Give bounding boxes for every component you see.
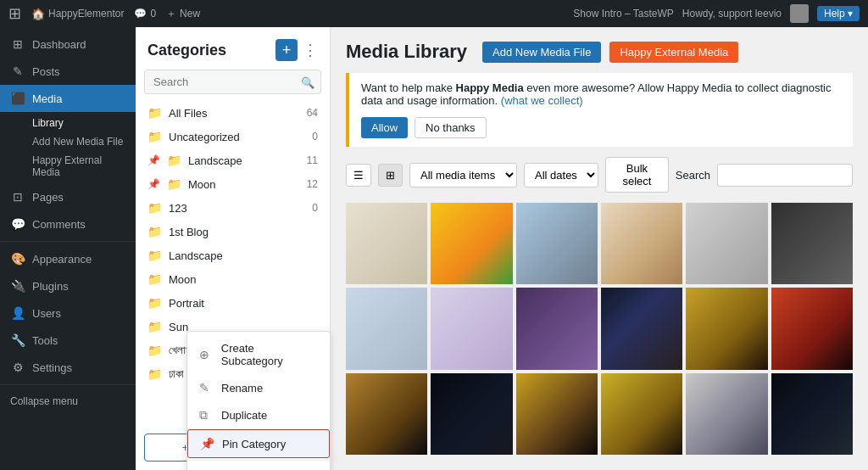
- howdy-label: Howdy, support leevio: [682, 8, 782, 20]
- sidebar-item-appearance[interactable]: 🎨 Appearance: [0, 245, 136, 272]
- media-thumbnail[interactable]: [601, 373, 682, 455]
- intro-link[interactable]: Show Intro – TasteWP: [573, 8, 674, 20]
- duplicate-icon: ⧉: [199, 408, 213, 422]
- folder-icon: 📁: [147, 367, 162, 381]
- list-view-button[interactable]: ☰: [346, 164, 371, 187]
- cat-item-moon[interactable]: 📌 📁 Moon 12: [136, 172, 330, 196]
- plus-icon: ＋: [166, 7, 176, 21]
- media-thumbnail[interactable]: [516, 373, 598, 455]
- category-search-input[interactable]: [144, 70, 321, 94]
- sidebar-item-plugins[interactable]: 🔌 Plugins: [0, 272, 136, 299]
- notice-bar: Want to help make Happy Media even more …: [346, 73, 853, 147]
- ctx-pin-category[interactable]: 📌 Pin Category: [187, 429, 330, 458]
- folder-icon: 📁: [147, 106, 162, 120]
- pin-icon: 📌: [147, 178, 160, 190]
- new-item[interactable]: ＋ New: [166, 7, 200, 21]
- cat-item-landscape[interactable]: 📌 📁 Landscape 11: [136, 148, 330, 172]
- pin-icon: 📌: [147, 154, 160, 166]
- sidebar-item-pages[interactable]: ⊡ Pages: [0, 183, 136, 210]
- media-thumbnail[interactable]: [686, 373, 767, 455]
- cat-item-123[interactable]: 📁 123 0: [136, 196, 330, 220]
- comment-icon: 💬: [134, 8, 147, 20]
- media-library-header: Media Library Add New Media File Happy E…: [346, 41, 853, 63]
- media-thumbnail[interactable]: [516, 288, 598, 369]
- collapse-menu-button[interactable]: Collapse menu: [0, 389, 136, 414]
- folder-icon: 📁: [147, 272, 162, 286]
- sidebar-item-users[interactable]: 👤 Users: [0, 299, 136, 327]
- cat-item-1st-blog[interactable]: 📁 1st Blog: [136, 220, 330, 243]
- media-thumbnail[interactable]: [431, 288, 512, 369]
- notice-link[interactable]: (what we collect): [501, 94, 583, 107]
- folder-icon: 📁: [167, 177, 181, 191]
- add-new-media-file-button[interactable]: Add New Media File: [482, 42, 601, 63]
- sidebar-sub-add-new[interactable]: Add New Media File: [25, 132, 136, 151]
- media-thumbnail[interactable]: [346, 203, 427, 284]
- media-thumbnail[interactable]: [601, 288, 682, 369]
- folder-icon: 📁: [147, 130, 162, 143]
- user-avatar: [790, 4, 809, 23]
- more-options-button[interactable]: ⋮: [303, 41, 318, 59]
- context-menu: ⊕ Create Subcategory ✎ Rename ⧉ Duplicat…: [186, 331, 331, 470]
- media-thumbnail[interactable]: [431, 373, 512, 455]
- add-category-button[interactable]: +: [275, 39, 298, 61]
- ctx-rename[interactable]: ✎ Rename: [187, 374, 330, 401]
- cat-item-portrait[interactable]: 📁 Portrait: [136, 291, 330, 315]
- notice-text-before: Want to help make: [361, 81, 456, 94]
- sidebar-sub-library[interactable]: Library: [25, 114, 136, 132]
- sidebar-item-media[interactable]: ⬛ Media: [0, 85, 136, 112]
- appearance-icon: 🎨: [10, 251, 25, 266]
- media-thumbnail[interactable]: [431, 203, 512, 284]
- media-thumbnail[interactable]: [771, 288, 853, 369]
- cat-item-moon2[interactable]: 📁 Moon: [136, 267, 330, 291]
- cat-item-uncategorized[interactable]: 📁 Uncategorized 0: [136, 125, 330, 148]
- bulk-select-button[interactable]: Bulk select: [605, 157, 669, 193]
- cat-item-landscape2[interactable]: 📁 Landscape: [136, 243, 330, 267]
- media-thumbnail[interactable]: [601, 203, 682, 284]
- happy-external-media-button[interactable]: Happy External Media: [609, 42, 738, 63]
- comments-count[interactable]: 💬 0: [134, 8, 156, 20]
- ctx-duplicate[interactable]: ⧉ Duplicate: [187, 401, 330, 429]
- sidebar-item-posts[interactable]: ✎ Posts: [0, 58, 136, 85]
- media-thumbnail[interactable]: [516, 203, 598, 284]
- sidebar-item-settings[interactable]: ⚙ Settings: [0, 354, 136, 381]
- media-thumbnail[interactable]: [686, 203, 767, 284]
- sidebar-sub-happy-external[interactable]: Happy External Media: [25, 151, 136, 182]
- folder-icon: 📁: [147, 296, 162, 310]
- sidebar-item-comments[interactable]: 💬 Comments: [0, 210, 136, 238]
- cat-item-all-files[interactable]: 📁 All Files 64: [136, 101, 330, 125]
- create-subcategory-icon: ⊕: [199, 348, 213, 361]
- media-thumbnail[interactable]: [346, 373, 427, 455]
- site-name[interactable]: 🏠 HappyElementor: [31, 8, 124, 20]
- sidebar-item-dashboard[interactable]: ⊞ Dashboard: [0, 31, 136, 58]
- pages-icon: ⊡: [10, 189, 25, 204]
- media-thumbnail[interactable]: [771, 373, 853, 455]
- ctx-create-subcategory[interactable]: ⊕ Create Subcategory: [187, 335, 330, 374]
- categories-title: Categories: [147, 42, 226, 59]
- grid-view-button[interactable]: ⊞: [378, 164, 403, 187]
- help-button[interactable]: Help ▾: [817, 6, 860, 21]
- media-grid: [346, 203, 853, 455]
- media-thumbnail[interactable]: [346, 288, 427, 369]
- allow-button[interactable]: Allow: [361, 117, 408, 138]
- category-search-box: 🔍: [144, 70, 321, 94]
- tools-icon: 🔧: [10, 333, 25, 348]
- folder-icon: 📁: [147, 344, 162, 357]
- date-filter[interactable]: All dates: [524, 163, 598, 187]
- media-thumbnail[interactable]: [686, 288, 767, 369]
- rename-icon: ✎: [199, 381, 213, 394]
- media-search-input[interactable]: [717, 164, 853, 187]
- media-type-filter[interactable]: All media items: [409, 163, 517, 187]
- media-thumbnail[interactable]: [771, 203, 853, 284]
- folder-icon: 📁: [147, 201, 162, 215]
- no-thanks-button[interactable]: No thanks: [415, 117, 487, 138]
- sidebar-item-tools[interactable]: 🔧 Tools: [0, 327, 136, 354]
- ctx-delete[interactable]: 🗑 Delete: [187, 462, 330, 470]
- posts-icon: ✎: [10, 64, 25, 79]
- folder-icon: 📁: [147, 225, 162, 238]
- media-icon: ⬛: [10, 91, 25, 106]
- search-label: Search: [676, 169, 710, 182]
- folder-icon: 📁: [167, 154, 181, 167]
- search-icon: 🔍: [301, 76, 314, 88]
- folder-icon: 📁: [147, 249, 162, 262]
- sidebar: ⊞ Dashboard ✎ Posts ⬛ Media Library Add …: [0, 27, 136, 470]
